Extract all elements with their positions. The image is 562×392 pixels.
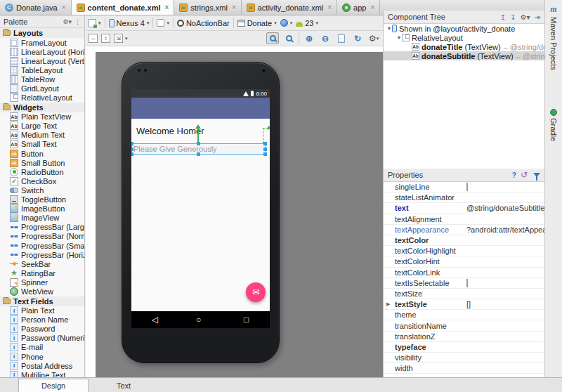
palette-item-ProgressBar (Small)[interactable]: ProgressBar (Small) — [0, 241, 84, 250]
checkbox[interactable] — [466, 183, 468, 191]
palette-item-Password[interactable]: Password — [0, 325, 84, 334]
palette-item-Person Name[interactable]: Person Name — [0, 315, 84, 325]
resize-handle[interactable] — [263, 142, 267, 145]
resize-handle[interactable] — [197, 152, 200, 156]
property-row-stateListAnimator[interactable]: stateListAnimator — [384, 192, 544, 203]
property-row-textColorHighlight[interactable]: textColorHighlight — [384, 246, 544, 256]
zoom-actual-size-button[interactable] — [282, 32, 295, 44]
editor-tab-activity_donate.xml[interactable]: activity_donate.xml× — [242, 0, 337, 15]
help-icon[interactable]: ? — [512, 171, 516, 179]
palette-section-Text Fields[interactable]: Text Fields — [0, 296, 84, 306]
zoom-out-button[interactable]: ⊖ — [319, 32, 332, 44]
property-row-text[interactable]: text@string/donateSubtitle — [384, 203, 544, 214]
tool-window-button-maven-projects[interactable]: mMaven Projects — [545, 4, 562, 70]
property-value[interactable] — [466, 183, 544, 191]
filter-icon[interactable] — [533, 173, 540, 177]
close-icon[interactable]: × — [62, 4, 66, 11]
resize-handle[interactable] — [197, 142, 200, 145]
property-row-textColor[interactable]: textColor — [384, 235, 544, 246]
palette-item-ToggleButton[interactable]: ToggleButton — [0, 195, 84, 204]
palette-item-Plain TextView[interactable]: Plain TextView — [0, 112, 84, 122]
palette-item-TableLayout[interactable]: TableLayout — [0, 65, 84, 74]
palette-item-LinearLayout (Vertical)[interactable]: LinearLayout (Vertical) — [0, 56, 84, 65]
property-row-textAppearance[interactable]: textAppearance?android:attr/textAppearan… — [384, 225, 544, 235]
property-row-textAlignment[interactable]: textAlignment — [384, 214, 544, 225]
palette-item-Switch[interactable]: Switch — [0, 185, 84, 195]
editor-tab-app[interactable]: app× — [337, 0, 380, 15]
resize-handle[interactable] — [263, 148, 267, 151]
property-row-width[interactable]: width — [384, 363, 544, 374]
property-row-translationZ[interactable]: translationZ — [384, 332, 544, 342]
device-selector[interactable]: Nexus 4 ▾ — [109, 19, 150, 27]
refresh-button[interactable]: ↻ — [351, 32, 364, 44]
property-row-textSize[interactable]: textSize — [384, 289, 544, 299]
palette-item-RadioButton[interactable]: RadioButton — [0, 167, 84, 176]
configuration-button[interactable]: ▾ — [89, 19, 101, 27]
palette-item-LinearLayout (Horizontal)[interactable]: LinearLayout (Horizontal) — [0, 47, 84, 56]
mode-tab-text[interactable]: Text — [89, 379, 159, 392]
property-row-textColorHint[interactable]: textColorHint — [384, 256, 544, 267]
pin-icon[interactable]: ⋮ — [74, 18, 81, 25]
expand-all-icon[interactable]: ↥ — [500, 13, 506, 21]
activity-selector[interactable]: Donate ▾ — [237, 19, 277, 27]
property-row-theme[interactable]: theme — [384, 310, 544, 320]
palette-section-Layouts[interactable]: Layouts — [0, 28, 84, 38]
textview-donate-title[interactable]: Welcome Homer — [136, 126, 204, 136]
property-value[interactable]: @string/donateSubtitle — [466, 204, 544, 212]
palette-item-Medium Text[interactable]: Medium Text — [0, 131, 84, 140]
palette-item-Phone[interactable]: Phone — [0, 352, 84, 361]
zoom-to-fit-button[interactable] — [266, 32, 279, 44]
tool-window-button-gradle[interactable]: Gradle — [545, 109, 562, 141]
palette-item-Spinner[interactable]: Spinner — [0, 277, 84, 287]
palette-item-ProgressBar (Horizontal)[interactable]: ProgressBar (Horizontal) — [0, 250, 84, 259]
close-icon[interactable]: × — [232, 4, 236, 11]
palette-item-FrameLayout[interactable]: FrameLayout — [0, 38, 84, 47]
property-value[interactable]: [] — [466, 300, 544, 308]
resize-handle[interactable] — [131, 142, 133, 145]
resize-handle[interactable] — [131, 148, 133, 151]
palette-item-ImageView[interactable]: ImageView — [0, 214, 84, 223]
canvas-background[interactable]: 6:00 Welcome Homer Please Give Generousl… — [96, 52, 383, 377]
editor-tab-content_donate.xml[interactable]: content_donate.xml× — [72, 0, 175, 15]
palette-item-ProgressBar (Large)[interactable]: ProgressBar (Large) — [0, 223, 84, 232]
property-row-textIsSelectable[interactable]: textIsSelectable — [384, 278, 544, 289]
palette-item-E-mail[interactable]: E-mail — [0, 343, 84, 352]
property-row-textStyle[interactable]: ▶textStyle[] — [384, 299, 544, 310]
tree-node-donatesubtitle[interactable]: donateSubtitle (TextView)– @string/donat… — [384, 51, 544, 60]
editor-tab-strings.xml[interactable]: strings.xml× — [174, 0, 241, 15]
palette-item-ProgressBar (Normal)[interactable]: ProgressBar (Normal) — [0, 232, 84, 241]
palette-item-Button[interactable]: Button — [0, 149, 84, 158]
palette-item-Multiline Text[interactable]: Multiline Text — [0, 370, 84, 377]
expander-icon[interactable]: ▶ — [386, 301, 390, 307]
property-value[interactable] — [466, 279, 544, 287]
expander-icon[interactable]: ▼ — [396, 35, 402, 40]
close-icon[interactable]: × — [164, 4, 169, 11]
palette-item-Small Button[interactable]: Small Button — [0, 158, 84, 167]
palette-item-Postal Address[interactable]: Postal Address — [0, 361, 84, 370]
expander-icon[interactable]: ▼ — [386, 26, 392, 31]
palette-item-WebView[interactable]: WebView — [0, 287, 84, 296]
resize-handle[interactable] — [131, 152, 133, 156]
tree-node-relativelayout[interactable]: ▼RelativeLayout — [384, 33, 544, 42]
palette-item-Large Text[interactable]: Large Text — [0, 122, 84, 131]
gear-icon[interactable]: ⚙▾ — [521, 13, 530, 21]
collapse-all-icon[interactable]: ↧ — [510, 13, 516, 21]
property-row-typeface[interactable]: typeface — [384, 342, 544, 353]
palette-item-CheckBox[interactable]: CheckBox — [0, 176, 84, 185]
expand-to-fit-button[interactable]: ⇲ ▾ — [114, 34, 128, 43]
resize-handle[interactable] — [263, 152, 267, 156]
textview-donate-subtitle-selected[interactable]: Please Give Generously — [131, 143, 266, 155]
palette-item-RatingBar[interactable]: RatingBar — [0, 268, 84, 277]
tree-node-shown-in-layout-activity-donate[interactable]: ▼Shown in @layout/activity_donate — [384, 24, 544, 33]
property-row-visibility[interactable]: visibility — [384, 353, 544, 363]
palette-item-Plain Text[interactable]: Plain Text — [0, 306, 84, 315]
property-row-textColorLink[interactable]: textColorLink — [384, 268, 544, 278]
match-width-button[interactable]: ↔ — [89, 34, 98, 43]
fab-email-button[interactable]: ✉ — [246, 282, 266, 302]
property-row-singleLine[interactable]: singleLine — [384, 182, 544, 192]
api-level-selector[interactable]: 23 ▾ — [296, 19, 318, 27]
checkbox[interactable] — [466, 279, 468, 287]
mode-tab-design[interactable]: Design — [18, 379, 89, 392]
theme-selector[interactable]: NoActionBar — [177, 19, 230, 27]
palette-section-Widgets[interactable]: Widgets — [0, 103, 84, 112]
